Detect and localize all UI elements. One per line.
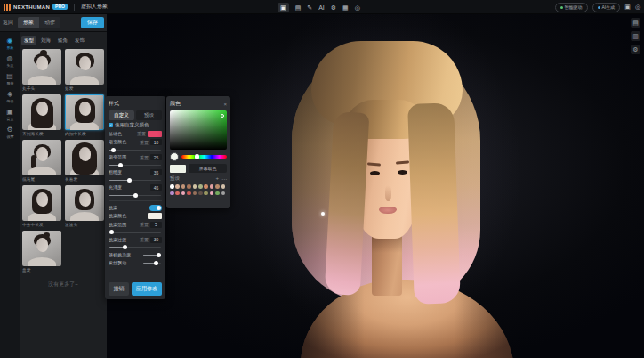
preset-color-dot[interactable] — [187, 191, 191, 196]
base-color-swatch[interactable] — [148, 131, 162, 137]
hair-flow-slider[interactable] — [143, 261, 161, 265]
preset-color-dot[interactable] — [170, 191, 174, 196]
highlight-color-swatch[interactable] — [148, 213, 162, 219]
screen-pick-button[interactable]: 屏幕取色 — [189, 164, 227, 173]
preset-color-dot[interactable] — [181, 191, 186, 196]
tab-hairstyle[interactable]: 发型 — [21, 36, 36, 45]
tab-custom[interactable]: 自定义 — [109, 110, 134, 120]
hairstyle-item[interactable]: 波波头 — [65, 185, 104, 227]
logo-text: NEXTHUMAN — [13, 4, 50, 10]
apply-button[interactable]: 应用修改 — [132, 282, 162, 296]
account-icon[interactable]: ◎ — [635, 4, 640, 11]
value-box[interactable]: 35 — [150, 169, 162, 175]
gloss-slider[interactable] — [109, 193, 161, 198]
back-button[interactable]: 返回 — [3, 19, 13, 27]
hairstyle-item[interactable]: 丸子头 — [22, 49, 61, 91]
highlight-range-slider[interactable] — [109, 230, 161, 234]
hairstyle-item[interactable]: 齐刘海长发 — [22, 94, 61, 136]
preset-color-dot[interactable] — [193, 184, 197, 189]
highlight-color-row: 挑染颜色 — [109, 213, 162, 219]
rail-item-background[interactable]: ▣ 背景 — [0, 106, 20, 124]
hair-color-control-point[interactable] — [321, 212, 325, 216]
segment-avatar[interactable]: 形象 — [18, 17, 39, 28]
base-color-row: 基础色 重置 — [109, 131, 162, 137]
preset-color-dot[interactable] — [175, 184, 180, 189]
value-box[interactable]: 45 — [150, 184, 162, 191]
value-box[interactable]: 10 — [150, 139, 162, 145]
ai-generate-button[interactable]: AI生成 — [592, 3, 621, 12]
preset-color-dot[interactable] — [221, 191, 226, 196]
hairstyle-item[interactable]: 盘发 — [22, 231, 61, 273]
tab-sideburns[interactable]: 鬓角 — [55, 36, 70, 45]
folder-icon[interactable]: ▣ — [624, 4, 631, 11]
gear-icon[interactable]: ⚙ — [631, 45, 640, 54]
reset-button[interactable]: 重置 — [140, 140, 149, 145]
reset-button[interactable]: 重置 — [140, 237, 149, 242]
add-preset-icon[interactable]: + — [215, 175, 219, 182]
tab-preset[interactable]: 预设 — [136, 110, 162, 120]
highlight-toggle-on[interactable] — [149, 205, 162, 211]
hairstyle-item[interactable]: 长卷发 — [65, 140, 104, 182]
save-button[interactable]: 保存 — [81, 17, 104, 28]
preset-color-dot[interactable] — [221, 184, 226, 189]
preset-color-dot[interactable] — [204, 191, 208, 196]
random-highlight-slider[interactable] — [143, 253, 161, 257]
more-icon[interactable]: ⋯ — [221, 175, 227, 182]
app-title: 虚拟人形象 — [81, 3, 108, 11]
settings-tool-icon[interactable]: ⚙ — [331, 4, 336, 11]
ai-tool-icon[interactable]: AI — [318, 4, 325, 11]
hue-slider[interactable] — [181, 155, 227, 159]
value-box[interactable]: 25 — [150, 154, 162, 160]
avatar-tool-icon[interactable]: ▣ — [278, 3, 289, 12]
hairstyle-item[interactable]: 中分中长发 — [22, 185, 61, 227]
preset-color-dot[interactable] — [204, 184, 208, 189]
layers-icon[interactable]: ▤ — [631, 18, 640, 28]
close-icon[interactable]: × — [223, 102, 227, 107]
eyedropper-swatch[interactable] — [170, 152, 179, 161]
gradient-color-slider[interactable] — [109, 148, 161, 152]
preset-color-dot[interactable] — [210, 191, 214, 196]
record-tool-icon[interactable]: ◎ — [355, 4, 360, 11]
tab-bangs[interactable]: 刘海 — [38, 36, 53, 45]
preset-color-dot[interactable] — [198, 191, 203, 196]
reset-button[interactable]: 重置 — [140, 155, 149, 160]
preset-color-dot[interactable] — [170, 184, 174, 189]
rail-item-settings[interactable]: ⚙ 设置 — [0, 124, 20, 142]
preset-color-dot[interactable] — [210, 184, 214, 189]
hairstyle-thumbnail — [22, 231, 61, 266]
edit-tool-icon[interactable]: ✎ — [307, 4, 312, 11]
sv-cursor[interactable] — [221, 114, 224, 118]
highlight-blend-slider[interactable] — [109, 245, 161, 249]
undo-button[interactable]: 撤销 — [109, 282, 129, 296]
rail-item-accessory[interactable]: ◈ 饰品 — [0, 88, 20, 106]
preset-color-dot[interactable] — [181, 184, 186, 189]
gallery-icon[interactable]: ▥ — [631, 31, 640, 41]
preset-color-dot[interactable] — [187, 184, 191, 189]
roughness-slider[interactable] — [109, 178, 161, 183]
preset-color-dot[interactable] — [215, 191, 220, 196]
current-color-swatch — [170, 165, 186, 173]
segment-motion[interactable]: 动作 — [39, 17, 60, 28]
rail-item-hair[interactable]: ◍ 头发 — [0, 53, 20, 70]
rail-item-clothes[interactable]: ▤ 服装 — [0, 70, 20, 88]
random-highlight-row: 随机挑染度 — [109, 252, 162, 258]
scene-tool-icon[interactable]: ▦ — [342, 4, 349, 11]
rail-item-avatar[interactable]: ◉ 形象 — [0, 35, 20, 53]
tab-hair-accessory[interactable]: 发饰 — [72, 36, 87, 45]
hairstyle-item[interactable]: 低马尾 — [22, 140, 61, 182]
saturation-value-field[interactable] — [170, 110, 227, 150]
preset-color-dot[interactable] — [215, 184, 220, 189]
value-box[interactable]: 5 — [150, 222, 162, 228]
hairstyle-item-selected[interactable]: 内扣中长发 — [65, 94, 104, 136]
reset-button[interactable]: 重置 — [137, 131, 146, 136]
reset-button[interactable]: 重置 — [140, 222, 149, 227]
drive-mode-button[interactable]: 智能驱动 — [555, 3, 588, 12]
hairstyle-item[interactable]: 短发 — [65, 49, 104, 91]
preset-color-dot[interactable] — [198, 184, 203, 189]
image-tool-icon[interactable]: ▤ — [295, 4, 302, 11]
value-box[interactable]: 30 — [150, 237, 162, 243]
preset-color-dot[interactable] — [175, 191, 180, 196]
checkbox-checked[interactable]: ✓ — [109, 123, 113, 127]
gradient-range-slider[interactable] — [109, 163, 161, 167]
preset-color-dot[interactable] — [193, 191, 197, 196]
